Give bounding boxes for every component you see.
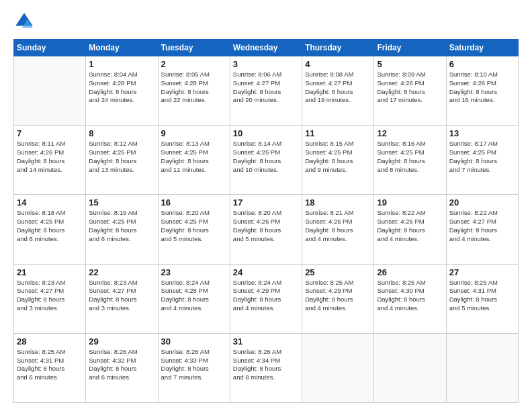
- day-number: 30: [161, 336, 227, 347]
- calendar-cell: 24Sunrise: 8:24 AM Sunset: 4:29 PM Dayli…: [230, 264, 302, 333]
- calendar-cell: 25Sunrise: 8:25 AM Sunset: 4:29 PM Dayli…: [302, 264, 374, 333]
- calendar-cell: 21Sunrise: 8:23 AM Sunset: 4:27 PM Dayli…: [14, 264, 86, 333]
- day-info: Sunrise: 8:08 AM Sunset: 4:27 PM Dayligh…: [305, 71, 371, 105]
- calendar-cell: 4Sunrise: 8:08 AM Sunset: 4:27 PM Daylig…: [302, 56, 374, 126]
- day-info: Sunrise: 8:22 AM Sunset: 4:27 PM Dayligh…: [449, 209, 515, 243]
- day-info: Sunrise: 8:10 AM Sunset: 4:26 PM Dayligh…: [449, 71, 515, 105]
- calendar-cell: 10Sunrise: 8:14 AM Sunset: 4:25 PM Dayli…: [230, 126, 302, 195]
- calendar: SundayMondayTuesdayWednesdayThursdayFrid…: [13, 39, 519, 403]
- day-info: Sunrise: 8:15 AM Sunset: 4:25 PM Dayligh…: [305, 140, 371, 174]
- day-number: 8: [89, 128, 154, 138]
- day-info: Sunrise: 8:25 AM Sunset: 4:30 PM Dayligh…: [377, 279, 443, 313]
- day-number: 13: [449, 128, 515, 138]
- calendar-cell: 18Sunrise: 8:21 AM Sunset: 4:26 PM Dayli…: [302, 195, 374, 264]
- calendar-cell: 26Sunrise: 8:25 AM Sunset: 4:30 PM Dayli…: [374, 264, 446, 333]
- day-info: Sunrise: 8:05 AM Sunset: 4:28 PM Dayligh…: [161, 71, 227, 105]
- calendar-cell: 12Sunrise: 8:16 AM Sunset: 4:25 PM Dayli…: [374, 126, 446, 195]
- day-number: 20: [449, 197, 515, 208]
- day-number: 11: [305, 128, 371, 138]
- calendar-cell: 17Sunrise: 8:20 AM Sunset: 4:26 PM Dayli…: [230, 195, 302, 264]
- day-number: 15: [89, 197, 154, 208]
- weekday-monday: Monday: [86, 40, 158, 56]
- calendar-cell: 2Sunrise: 8:05 AM Sunset: 4:28 PM Daylig…: [158, 56, 230, 126]
- week-row: 28Sunrise: 8:25 AM Sunset: 4:31 PM Dayli…: [14, 333, 519, 402]
- weekday-sunday: Sunday: [14, 40, 86, 56]
- calendar-cell: 9Sunrise: 8:13 AM Sunset: 4:25 PM Daylig…: [158, 126, 230, 195]
- day-number: 6: [449, 59, 515, 69]
- day-number: 4: [305, 59, 371, 69]
- day-number: 28: [17, 336, 83, 347]
- calendar-cell: [14, 56, 86, 126]
- weekday-friday: Friday: [374, 40, 446, 56]
- day-number: 3: [233, 59, 299, 69]
- page: SundayMondayTuesdayWednesdayThursdayFrid…: [0, 0, 532, 411]
- day-info: Sunrise: 8:06 AM Sunset: 4:27 PM Dayligh…: [233, 71, 299, 105]
- week-row: 7Sunrise: 8:11 AM Sunset: 4:26 PM Daylig…: [14, 126, 519, 195]
- week-row: 21Sunrise: 8:23 AM Sunset: 4:27 PM Dayli…: [14, 264, 519, 333]
- day-info: Sunrise: 8:25 AM Sunset: 4:29 PM Dayligh…: [305, 279, 371, 313]
- calendar-cell: 27Sunrise: 8:25 AM Sunset: 4:31 PM Dayli…: [446, 264, 518, 333]
- day-info: Sunrise: 8:23 AM Sunset: 4:27 PM Dayligh…: [17, 279, 83, 313]
- day-number: 19: [377, 197, 443, 208]
- weekday-wednesday: Wednesday: [230, 40, 302, 56]
- day-number: 12: [377, 128, 443, 138]
- day-number: 31: [233, 336, 299, 347]
- header: [13, 11, 519, 32]
- day-number: 10: [233, 128, 299, 138]
- calendar-cell: 6Sunrise: 8:10 AM Sunset: 4:26 PM Daylig…: [446, 56, 518, 126]
- day-number: 22: [89, 267, 154, 277]
- calendar-cell: 29Sunrise: 8:26 AM Sunset: 4:32 PM Dayli…: [86, 333, 158, 402]
- day-info: Sunrise: 8:20 AM Sunset: 4:26 PM Dayligh…: [233, 209, 299, 243]
- day-number: 23: [161, 267, 227, 277]
- day-info: Sunrise: 8:24 AM Sunset: 4:29 PM Dayligh…: [233, 279, 299, 313]
- calendar-cell: 1Sunrise: 8:04 AM Sunset: 4:28 PM Daylig…: [86, 56, 158, 126]
- calendar-cell: 11Sunrise: 8:15 AM Sunset: 4:25 PM Dayli…: [302, 126, 374, 195]
- calendar-cell: 16Sunrise: 8:20 AM Sunset: 4:25 PM Dayli…: [158, 195, 230, 264]
- day-info: Sunrise: 8:16 AM Sunset: 4:25 PM Dayligh…: [377, 140, 443, 174]
- day-info: Sunrise: 8:09 AM Sunset: 4:26 PM Dayligh…: [377, 71, 443, 105]
- day-number: 21: [17, 267, 83, 277]
- week-row: 14Sunrise: 8:18 AM Sunset: 4:25 PM Dayli…: [14, 195, 519, 264]
- day-info: Sunrise: 8:23 AM Sunset: 4:27 PM Dayligh…: [89, 279, 154, 313]
- day-number: 29: [89, 336, 154, 347]
- day-info: Sunrise: 8:17 AM Sunset: 4:25 PM Dayligh…: [449, 140, 515, 174]
- calendar-cell: 22Sunrise: 8:23 AM Sunset: 4:27 PM Dayli…: [86, 264, 158, 333]
- day-info: Sunrise: 8:11 AM Sunset: 4:26 PM Dayligh…: [17, 140, 83, 174]
- day-number: 7: [17, 128, 83, 138]
- calendar-cell: 7Sunrise: 8:11 AM Sunset: 4:26 PM Daylig…: [14, 126, 86, 195]
- day-info: Sunrise: 8:12 AM Sunset: 4:25 PM Dayligh…: [89, 140, 154, 174]
- day-info: Sunrise: 8:21 AM Sunset: 4:26 PM Dayligh…: [305, 209, 371, 243]
- weekday-tuesday: Tuesday: [158, 40, 230, 56]
- calendar-cell: 19Sunrise: 8:22 AM Sunset: 4:26 PM Dayli…: [374, 195, 446, 264]
- day-number: 5: [377, 59, 443, 69]
- logo: [13, 11, 38, 32]
- day-info: Sunrise: 8:25 AM Sunset: 4:31 PM Dayligh…: [17, 348, 83, 382]
- weekday-thursday: Thursday: [302, 40, 374, 56]
- day-info: Sunrise: 8:14 AM Sunset: 4:25 PM Dayligh…: [233, 140, 299, 174]
- day-info: Sunrise: 8:19 AM Sunset: 4:25 PM Dayligh…: [89, 209, 154, 243]
- day-info: Sunrise: 8:22 AM Sunset: 4:26 PM Dayligh…: [377, 209, 443, 243]
- calendar-cell: 31Sunrise: 8:26 AM Sunset: 4:34 PM Dayli…: [230, 333, 302, 402]
- day-number: 26: [377, 267, 443, 277]
- weekday-header-row: SundayMondayTuesdayWednesdayThursdayFrid…: [14, 40, 519, 56]
- calendar-cell: [374, 333, 446, 402]
- day-number: 14: [17, 197, 83, 208]
- day-info: Sunrise: 8:24 AM Sunset: 4:28 PM Dayligh…: [161, 279, 227, 313]
- day-number: 27: [449, 267, 515, 277]
- day-number: 16: [161, 197, 227, 208]
- calendar-cell: [446, 333, 518, 402]
- calendar-cell: 8Sunrise: 8:12 AM Sunset: 4:25 PM Daylig…: [86, 126, 158, 195]
- calendar-cell: 5Sunrise: 8:09 AM Sunset: 4:26 PM Daylig…: [374, 56, 446, 126]
- day-number: 17: [233, 197, 299, 208]
- calendar-cell: 23Sunrise: 8:24 AM Sunset: 4:28 PM Dayli…: [158, 264, 230, 333]
- day-info: Sunrise: 8:20 AM Sunset: 4:25 PM Dayligh…: [161, 209, 227, 243]
- calendar-cell: 3Sunrise: 8:06 AM Sunset: 4:27 PM Daylig…: [230, 56, 302, 126]
- day-info: Sunrise: 8:26 AM Sunset: 4:34 PM Dayligh…: [233, 348, 299, 382]
- calendar-cell: [302, 333, 374, 402]
- calendar-cell: 28Sunrise: 8:25 AM Sunset: 4:31 PM Dayli…: [14, 333, 86, 402]
- day-number: 24: [233, 267, 299, 277]
- calendar-cell: 14Sunrise: 8:18 AM Sunset: 4:25 PM Dayli…: [14, 195, 86, 264]
- day-number: 25: [305, 267, 371, 277]
- calendar-cell: 13Sunrise: 8:17 AM Sunset: 4:25 PM Dayli…: [446, 126, 518, 195]
- day-number: 2: [161, 59, 227, 69]
